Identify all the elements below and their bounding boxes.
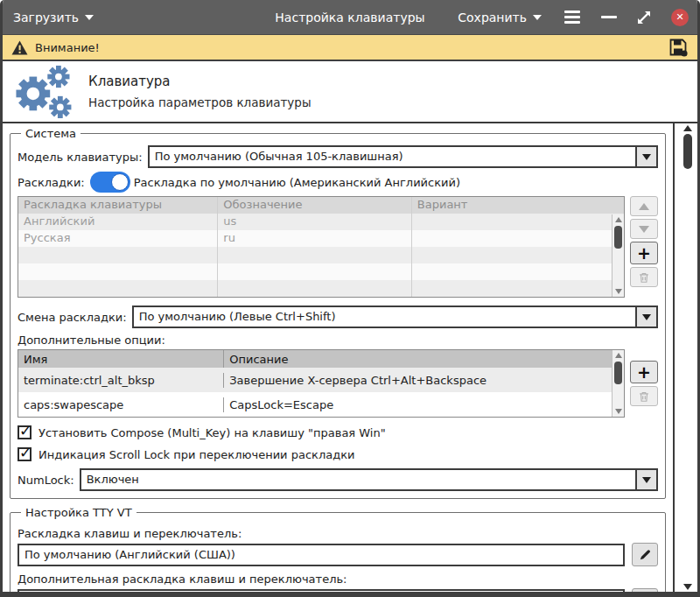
tty-group-legend: Настройка TTY VT [21,506,136,519]
scroll-down-icon[interactable] [683,584,692,590]
compose-checkbox-label: Установить Compose (Multi_Key) на клавиш… [38,426,386,439]
table-row[interactable]: caps:swapescape CapsLock=Escape [18,392,624,417]
cell-option-description: CapsLock=Escape [224,397,624,412]
layouts-table-buttons: + [630,196,658,298]
trash-icon [638,271,650,284]
scrollbar-thumb[interactable] [614,362,622,384]
column-header: Обозначение [218,197,411,214]
page-title: Клавиатура [88,74,312,89]
titlebar-actions: Сохранить ✕ [456,7,689,28]
app-window: Загрузить Настройка клавиатуры Сохранить… [0,0,700,597]
table-row[interactable]: terminate:ctrl_alt_bksp Завершение X-сер… [18,368,624,392]
column-header: Вариант [412,197,624,214]
save-menu-button[interactable]: Сохранить [456,7,543,28]
cell-option-name: caps:swapescape [18,397,224,412]
system-group-legend: Система [21,127,80,140]
scrollbar-thumb[interactable] [683,134,692,169]
cell-layout-name: Английский [18,214,218,230]
tty-alt-keymap-field[interactable]: По умолчанию (Английский (США)) [18,589,625,593]
chevron-down-icon [85,15,94,20]
chevron-down-icon [642,154,651,160]
layouts-table: Раскладка клавиатуры Обозначение Вариант… [18,196,625,298]
numlock-value: Включен [81,470,635,489]
options-table-header: Имя Описание [18,350,624,368]
options-table-zone: Имя Описание terminate:ctrl_alt_bksp Зав… [18,349,658,418]
settings-form: Система Модель клавиатуры: По умолчанию … [3,123,675,592]
cell-layout-variant [412,214,624,230]
table-row-empty [18,247,624,263]
cell-option-description: Завершение X-сервера Ctrl+Alt+Backspace [224,373,624,388]
cell-layout-variant [412,230,624,247]
warning-icon [11,40,28,55]
scroll-down-icon[interactable] [615,289,622,294]
edit-tty-keymap-button[interactable] [632,543,658,566]
page-subtitle: Настройка параметров клавиатуры [88,95,312,109]
column-header: Имя [18,350,224,368]
keyboard-model-value: По умолчанию (Обычная 105-клавишная) [150,147,635,166]
tty-alt-keymap-label: Дополнительная раскладка клавиш и перекл… [18,572,658,586]
tty-keymap-field[interactable]: По умолчанию (Английский (США)) [18,544,625,566]
cell-layout-code: us [218,214,411,230]
cell-layout-name: Русская [18,230,218,247]
column-header: Описание [224,350,624,368]
scrolllock-checkbox-row[interactable]: Индикация Scroll Lock при переключении р… [18,447,658,461]
warning-label: Внимание! [35,41,100,54]
numlock-select[interactable]: Включен [80,468,658,491]
arrow-down-icon [639,226,649,233]
options-table-buttons: + [630,349,658,418]
move-down-button[interactable] [630,219,658,239]
chevron-down-icon [642,477,651,483]
save-file-icon[interactable] [668,37,689,58]
add-layout-button[interactable]: + [630,242,658,264]
default-layout-toggle[interactable] [90,172,130,193]
warning-bar: Внимание! [3,35,697,61]
layout-switch-select[interactable]: По умолчанию (Левые Ctrl+Shift) [132,306,658,328]
delete-layout-button[interactable] [630,267,658,287]
titlebar: Загрузить Настройка клавиатуры Сохранить… [3,0,697,35]
system-group: Система Модель клавиатуры: По умолчанию … [10,127,666,499]
pencil-icon [639,548,652,561]
edit-tty-alt-keymap-button[interactable] [632,588,658,592]
trash-icon [638,390,650,403]
combo-arrow-button [635,307,656,327]
numlock-label: NumLock: [18,474,74,487]
maximize-icon[interactable] [636,10,652,25]
checkbox-checked-icon[interactable] [18,447,32,461]
column-header: Раскладка клавиатуры [18,197,218,214]
compose-checkbox-row[interactable]: Установить Compose (Multi_Key) на клавиш… [18,425,658,439]
layouts-table-zone: Раскладка клавиатуры Обозначение Вариант… [18,196,658,298]
keyboard-model-select[interactable]: По умолчанию (Обычная 105-клавишная) [148,145,658,168]
add-option-button[interactable]: + [630,361,658,383]
hamburger-menu-icon[interactable] [563,9,582,25]
layout-switch-row: Смена раскладки: По умолчанию (Левые Ctr… [18,306,658,328]
cell-option-name: terminate:ctrl_alt_bksp [18,373,224,388]
checkbox-checked-icon[interactable] [18,425,32,439]
minimize-icon[interactable] [601,16,617,18]
table-scrollbar[interactable] [612,214,624,297]
main-scrollbar[interactable] [681,123,696,592]
app-header: Клавиатура Настройка параметров клавиату… [3,61,697,122]
load-menu-label: Загрузить [13,11,79,25]
layouts-label: Раскладки: [18,176,85,189]
tty-keymap-label: Раскладка клавиш и переключатель: [18,527,658,540]
scrollbar-thumb[interactable] [614,226,622,249]
combo-arrow-button [635,470,656,489]
cell-layout-code: ru [218,230,411,247]
delete-option-button[interactable] [630,386,658,406]
app-header-text: Клавиатура Настройка параметров клавиату… [88,74,312,109]
layout-switch-value: По умолчанию (Левые Ctrl+Shift) [134,307,635,327]
layouts-row: Раскладки: Раскладка по умолчанию (Амери… [18,172,658,193]
extra-options-label: Дополнительные опции: [18,334,658,347]
scroll-up-icon[interactable] [615,217,622,222]
scroll-up-icon[interactable] [683,125,692,131]
move-up-button[interactable] [630,196,658,216]
toggle-knob [111,173,129,191]
scroll-down-icon[interactable] [615,409,622,414]
chevron-down-icon [642,314,651,320]
scroll-up-icon[interactable] [615,353,622,358]
default-layout-toggle-label: Раскладка по умолчанию (Американский Анг… [134,176,460,189]
table-row: Русская ru [18,230,624,247]
close-icon[interactable]: ✕ [671,9,689,26]
load-menu-button[interactable]: Загрузить [11,7,95,28]
table-scrollbar[interactable] [612,350,624,417]
